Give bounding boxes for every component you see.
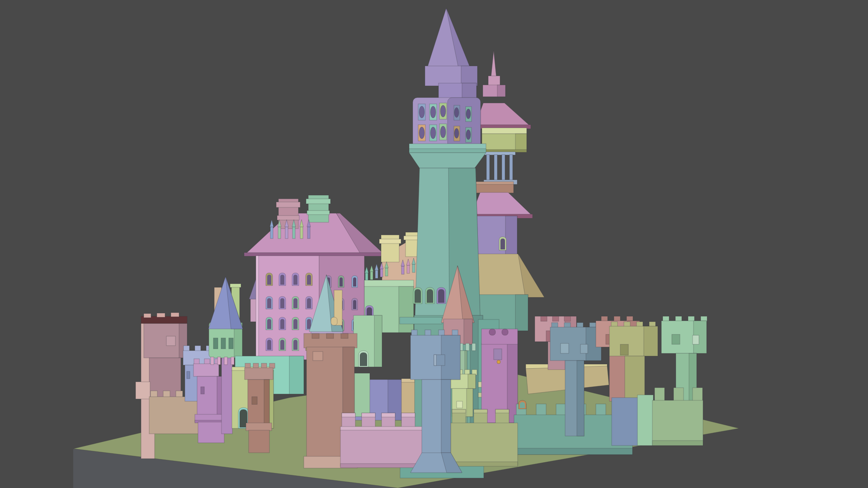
house-chimney-pink-band[interactable] [276,202,300,207]
pale-base-block[interactable] [136,382,150,399]
brown-gate-tower-notches[interactable] [312,333,319,338]
turret-belfry-slit[interactable] [229,338,233,349]
clocktower-window-glass[interactable] [415,289,421,303]
parapet-finial[interactable] [401,266,404,274]
house-window-glass[interactable] [280,319,284,329]
pagoda-purple-box-window-glass[interactable] [500,239,505,249]
house-window-glass[interactable] [293,319,297,329]
brown-gate-tower-window[interactable] [313,352,323,361]
brown-round-tower-merlons[interactable] [261,363,267,368]
pink-front-wall-merlon-caps[interactable] [382,413,395,417]
salmon-drum-side[interactable] [464,319,472,344]
palegreen-tower-window[interactable] [457,401,462,408]
turret-green-column-cap[interactable] [230,284,241,287]
brown-round-tower-merlons[interactable] [253,363,259,368]
olive-tower-teeth[interactable] [637,322,643,327]
turret-balusters[interactable] [224,357,227,365]
palegreen-tower-crown-side[interactable] [468,374,476,389]
turret-belfry-slit[interactable] [221,338,226,349]
purple-round-tower-crown[interactable] [193,364,219,376]
pagoda-column[interactable] [486,155,490,182]
brown-round-tower-merlons[interactable] [269,363,275,368]
parapet-finial[interactable] [365,273,368,281]
house-window-glass[interactable] [267,319,271,329]
salmon-drum-feet[interactable] [466,343,469,351]
house-window-glass[interactable] [267,340,271,350]
blue-round-tower-merlons[interactable] [195,346,201,351]
mint-tower-window[interactable] [693,335,699,344]
house-window-glass[interactable] [293,298,297,308]
mint-cottage-window-glass[interactable] [360,352,367,366]
palegreen-tower-side[interactable] [467,389,473,417]
tan-midhouse-chimney-band[interactable] [379,239,401,244]
olive-tower-window[interactable] [620,344,628,355]
house-window-glass[interactable] [293,340,297,350]
brown-gate-tower-notches[interactable] [341,333,348,338]
pagoda-teal-base-side[interactable] [515,295,528,331]
purple-round-tower-lower[interactable] [198,422,224,443]
clocktower-belfry-side[interactable] [448,98,481,147]
slate-tower-window[interactable] [561,343,569,353]
rose-tower-notches[interactable] [541,316,547,321]
brown-round-tower-side[interactable] [264,380,269,425]
olive-tower-teeth[interactable] [611,322,618,327]
house-chimney-pink-band[interactable] [277,216,299,220]
pagoda-column[interactable] [509,155,513,182]
blue-round-tower-window[interactable] [187,371,190,379]
sage-wall-merlons[interactable] [674,388,684,401]
parapet-finial[interactable] [407,265,410,273]
slate-tower-teeth[interactable] [564,323,571,328]
pagoda-column[interactable] [502,155,505,182]
clocktower-cornice-lip[interactable] [409,149,486,153]
mint-tower-teeth[interactable] [688,316,694,321]
mint-cottage-side[interactable] [374,315,382,367]
salmon-tower-teeth[interactable] [614,316,620,321]
blue-round-tower-merlons[interactable] [184,346,189,351]
magenta-tower-window[interactable] [494,349,502,360]
parapet-finial[interactable] [385,268,388,276]
pagoda-step2-side[interactable] [497,85,505,97]
mauve-tower-merlon-cap[interactable] [171,313,179,317]
purple-round-tower-merlons[interactable] [204,359,210,364]
salmon-tower-teeth[interactable] [601,316,608,321]
purple-round-tower-merlons[interactable] [194,359,199,364]
brown-round-tower-collar[interactable] [246,423,272,431]
mauve-tower-window[interactable] [166,336,175,346]
pink-front-wall-merlon-caps[interactable] [401,413,415,417]
brown-round-tower-crown[interactable] [245,368,273,380]
olive-front-merlon-caps[interactable] [495,409,509,413]
house-window-glass[interactable] [293,275,297,285]
mint-tower-teeth[interactable] [663,316,669,321]
salmon-tower-teeth[interactable] [627,316,633,321]
belfry-window-hole[interactable] [440,126,446,138]
yellow-column-hook[interactable] [331,317,337,325]
magenta-tower-crown[interactable] [481,329,518,344]
house-side-window-glass[interactable] [353,277,356,286]
tan-wall-merlons[interactable] [151,391,157,397]
house-side-window-glass[interactable] [353,300,356,309]
pagoda-tier-cap[interactable] [482,128,527,134]
teal-curtain-wall-shade[interactable] [289,356,304,394]
teal-wall-merlons[interactable] [596,404,606,416]
slate-tower-teeth[interactable] [590,323,596,328]
salmon-drum-feet[interactable] [472,343,476,351]
olive-front-wall-base[interactable] [450,462,518,466]
olive-front-merlon-caps[interactable] [452,409,466,413]
mauve-tower-merlon-cap[interactable] [144,314,151,318]
house-chimney-green-band[interactable] [306,199,330,204]
belfry-window-hole[interactable] [440,105,446,117]
blue-curtain-wall[interactable] [612,398,639,446]
blue-keep-teeth[interactable] [452,330,458,336]
turret-purple-shaft[interactable] [222,357,232,434]
brown-round-tower-lower[interactable] [249,430,269,453]
pink-front-wall-base[interactable] [340,464,423,468]
olive-tower-teeth[interactable] [649,322,656,327]
magenta-crown-notch[interactable] [489,329,495,335]
house-window-glass[interactable] [280,298,284,308]
parapet-finial[interactable] [412,264,415,272]
teal-wall-merlons[interactable] [556,404,566,416]
turret-belfry-slit[interactable] [213,338,218,349]
pagoda-brown-band[interactable] [474,184,514,193]
house-window-glass[interactable] [307,275,311,285]
mint-pillar[interactable] [637,395,653,446]
